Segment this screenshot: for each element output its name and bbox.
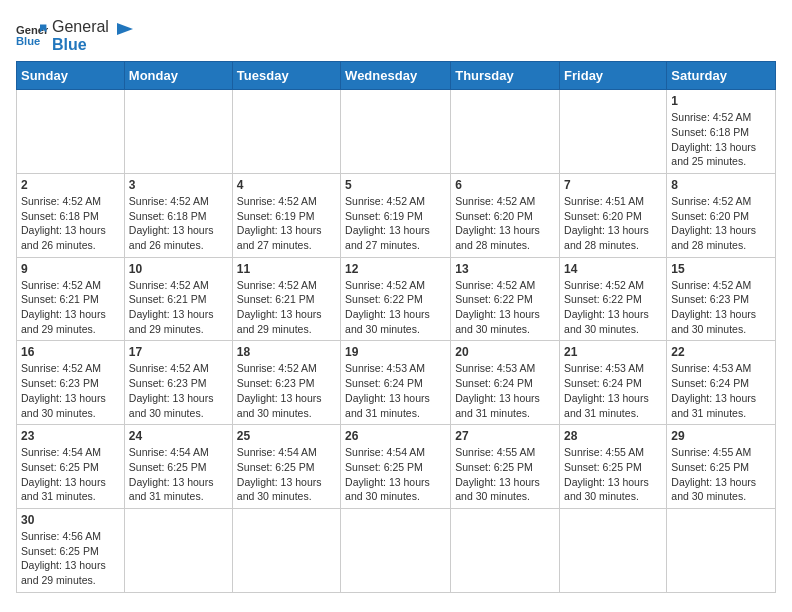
cell-day-number: 1 — [671, 94, 771, 108]
cell-day-number: 17 — [129, 345, 228, 359]
cell-info-text: Sunrise: 4:52 AMSunset: 6:18 PMDaylight:… — [21, 194, 120, 253]
calendar-cell: 13Sunrise: 4:52 AMSunset: 6:22 PMDayligh… — [451, 257, 560, 341]
cell-day-number: 3 — [129, 178, 228, 192]
header: General Blue General Blue — [16, 16, 776, 53]
cell-day-number: 5 — [345, 178, 446, 192]
calendar-cell: 14Sunrise: 4:52 AMSunset: 6:22 PMDayligh… — [560, 257, 667, 341]
cell-day-number: 28 — [564, 429, 662, 443]
calendar-cell: 3Sunrise: 4:52 AMSunset: 6:18 PMDaylight… — [124, 173, 232, 257]
weekday-header: Thursday — [451, 62, 560, 90]
svg-text:Blue: Blue — [16, 35, 40, 47]
calendar-cell: 12Sunrise: 4:52 AMSunset: 6:22 PMDayligh… — [341, 257, 451, 341]
calendar-cell: 4Sunrise: 4:52 AMSunset: 6:19 PMDaylight… — [232, 173, 340, 257]
cell-day-number: 15 — [671, 262, 771, 276]
cell-info-text: Sunrise: 4:52 AMSunset: 6:19 PMDaylight:… — [237, 194, 336, 253]
cell-day-number: 10 — [129, 262, 228, 276]
calendar-cell: 1Sunrise: 4:52 AMSunset: 6:18 PMDaylight… — [667, 90, 776, 174]
cell-info-text: Sunrise: 4:55 AMSunset: 6:25 PMDaylight:… — [564, 445, 662, 504]
calendar-cell: 17Sunrise: 4:52 AMSunset: 6:23 PMDayligh… — [124, 341, 232, 425]
weekday-header: Saturday — [667, 62, 776, 90]
calendar-cell — [232, 508, 340, 592]
cell-day-number: 30 — [21, 513, 120, 527]
logo-flag-icon — [113, 21, 137, 49]
cell-day-number: 12 — [345, 262, 446, 276]
logo-blue: Blue — [52, 36, 109, 54]
calendar-cell — [451, 508, 560, 592]
calendar-cell: 5Sunrise: 4:52 AMSunset: 6:19 PMDaylight… — [341, 173, 451, 257]
calendar-cell: 10Sunrise: 4:52 AMSunset: 6:21 PMDayligh… — [124, 257, 232, 341]
calendar-cell — [341, 90, 451, 174]
calendar-cell: 25Sunrise: 4:54 AMSunset: 6:25 PMDayligh… — [232, 425, 340, 509]
cell-day-number: 27 — [455, 429, 555, 443]
calendar-cell: 22Sunrise: 4:53 AMSunset: 6:24 PMDayligh… — [667, 341, 776, 425]
calendar-cell — [17, 90, 125, 174]
calendar-cell — [560, 508, 667, 592]
cell-info-text: Sunrise: 4:52 AMSunset: 6:21 PMDaylight:… — [129, 278, 228, 337]
calendar-cell: 9Sunrise: 4:52 AMSunset: 6:21 PMDaylight… — [17, 257, 125, 341]
logo: General Blue General Blue — [16, 16, 137, 53]
cell-day-number: 8 — [671, 178, 771, 192]
cell-info-text: Sunrise: 4:54 AMSunset: 6:25 PMDaylight:… — [345, 445, 446, 504]
calendar-cell: 26Sunrise: 4:54 AMSunset: 6:25 PMDayligh… — [341, 425, 451, 509]
weekday-header: Wednesday — [341, 62, 451, 90]
calendar-cell: 28Sunrise: 4:55 AMSunset: 6:25 PMDayligh… — [560, 425, 667, 509]
calendar-cell: 15Sunrise: 4:52 AMSunset: 6:23 PMDayligh… — [667, 257, 776, 341]
calendar-cell: 16Sunrise: 4:52 AMSunset: 6:23 PMDayligh… — [17, 341, 125, 425]
calendar-header: SundayMondayTuesdayWednesdayThursdayFrid… — [17, 62, 776, 90]
cell-info-text: Sunrise: 4:52 AMSunset: 6:20 PMDaylight:… — [671, 194, 771, 253]
calendar-cell: 18Sunrise: 4:52 AMSunset: 6:23 PMDayligh… — [232, 341, 340, 425]
cell-info-text: Sunrise: 4:54 AMSunset: 6:25 PMDaylight:… — [237, 445, 336, 504]
cell-info-text: Sunrise: 4:52 AMSunset: 6:23 PMDaylight:… — [129, 361, 228, 420]
calendar-cell — [124, 508, 232, 592]
calendar-table: SundayMondayTuesdayWednesdayThursdayFrid… — [16, 61, 776, 593]
cell-day-number: 7 — [564, 178, 662, 192]
cell-day-number: 25 — [237, 429, 336, 443]
calendar-cell: 21Sunrise: 4:53 AMSunset: 6:24 PMDayligh… — [560, 341, 667, 425]
cell-info-text: Sunrise: 4:56 AMSunset: 6:25 PMDaylight:… — [21, 529, 120, 588]
cell-info-text: Sunrise: 4:52 AMSunset: 6:18 PMDaylight:… — [671, 110, 771, 169]
cell-day-number: 21 — [564, 345, 662, 359]
cell-info-text: Sunrise: 4:54 AMSunset: 6:25 PMDaylight:… — [21, 445, 120, 504]
cell-info-text: Sunrise: 4:52 AMSunset: 6:23 PMDaylight:… — [21, 361, 120, 420]
calendar-cell: 29Sunrise: 4:55 AMSunset: 6:25 PMDayligh… — [667, 425, 776, 509]
weekday-header: Tuesday — [232, 62, 340, 90]
calendar-cell — [341, 508, 451, 592]
cell-info-text: Sunrise: 4:53 AMSunset: 6:24 PMDaylight:… — [455, 361, 555, 420]
calendar-cell — [560, 90, 667, 174]
calendar-cell — [667, 508, 776, 592]
cell-info-text: Sunrise: 4:52 AMSunset: 6:21 PMDaylight:… — [21, 278, 120, 337]
cell-info-text: Sunrise: 4:55 AMSunset: 6:25 PMDaylight:… — [455, 445, 555, 504]
cell-day-number: 23 — [21, 429, 120, 443]
calendar-cell: 2Sunrise: 4:52 AMSunset: 6:18 PMDaylight… — [17, 173, 125, 257]
cell-day-number: 13 — [455, 262, 555, 276]
cell-info-text: Sunrise: 4:52 AMSunset: 6:22 PMDaylight:… — [455, 278, 555, 337]
cell-day-number: 4 — [237, 178, 336, 192]
weekday-header: Sunday — [17, 62, 125, 90]
cell-day-number: 29 — [671, 429, 771, 443]
cell-day-number: 22 — [671, 345, 771, 359]
calendar-cell: 20Sunrise: 4:53 AMSunset: 6:24 PMDayligh… — [451, 341, 560, 425]
cell-day-number: 18 — [237, 345, 336, 359]
cell-info-text: Sunrise: 4:52 AMSunset: 6:20 PMDaylight:… — [455, 194, 555, 253]
calendar-cell: 8Sunrise: 4:52 AMSunset: 6:20 PMDaylight… — [667, 173, 776, 257]
cell-day-number: 16 — [21, 345, 120, 359]
logo-general: General — [52, 18, 109, 36]
cell-info-text: Sunrise: 4:52 AMSunset: 6:23 PMDaylight:… — [671, 278, 771, 337]
calendar-cell: 27Sunrise: 4:55 AMSunset: 6:25 PMDayligh… — [451, 425, 560, 509]
calendar-cell — [451, 90, 560, 174]
cell-day-number: 20 — [455, 345, 555, 359]
cell-info-text: Sunrise: 4:53 AMSunset: 6:24 PMDaylight:… — [564, 361, 662, 420]
cell-day-number: 19 — [345, 345, 446, 359]
cell-day-number: 11 — [237, 262, 336, 276]
weekday-header: Friday — [560, 62, 667, 90]
cell-info-text: Sunrise: 4:52 AMSunset: 6:19 PMDaylight:… — [345, 194, 446, 253]
calendar-cell: 24Sunrise: 4:54 AMSunset: 6:25 PMDayligh… — [124, 425, 232, 509]
cell-info-text: Sunrise: 4:53 AMSunset: 6:24 PMDaylight:… — [671, 361, 771, 420]
cell-info-text: Sunrise: 4:52 AMSunset: 6:23 PMDaylight:… — [237, 361, 336, 420]
svg-marker-3 — [117, 23, 133, 35]
cell-info-text: Sunrise: 4:52 AMSunset: 6:22 PMDaylight:… — [345, 278, 446, 337]
logo-icon: General Blue — [16, 21, 48, 49]
cell-day-number: 24 — [129, 429, 228, 443]
cell-day-number: 14 — [564, 262, 662, 276]
cell-info-text: Sunrise: 4:52 AMSunset: 6:18 PMDaylight:… — [129, 194, 228, 253]
